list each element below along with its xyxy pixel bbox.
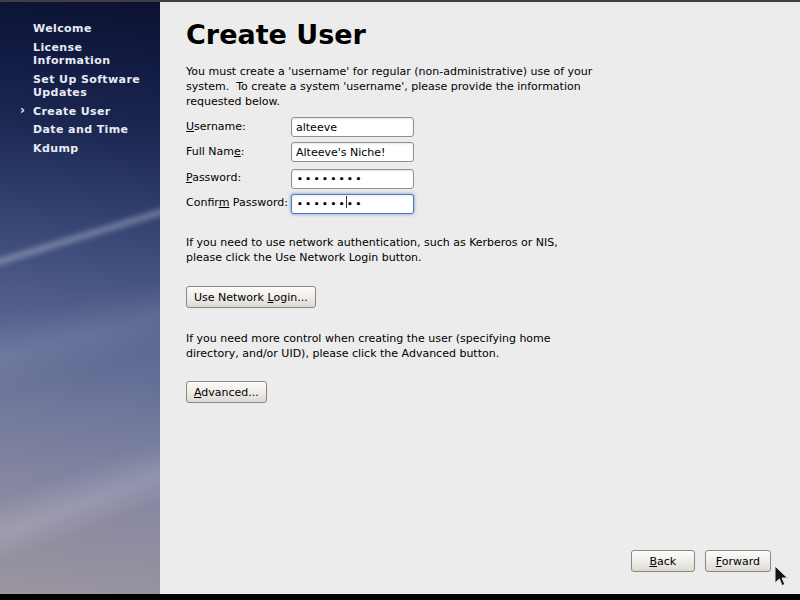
- sidebar-item-license-information: License Information: [0, 41, 160, 68]
- confirm-password-row: Confirm Password:: [186, 192, 414, 213]
- text-cursor: [346, 196, 347, 208]
- help-line: please click the Use Network Login butto…: [186, 250, 558, 265]
- username-label: Username:: [186, 120, 291, 133]
- sidebar-cloud-streak: [0, 433, 160, 571]
- sidebar-item-label: License Information: [33, 41, 110, 68]
- username-row: Username:: [186, 116, 414, 137]
- wizard-navigation-buttons: Back Forward: [631, 550, 771, 572]
- confirm-password-label: Confirm Password:: [186, 196, 291, 209]
- sidebar-item-date-and-time: Date and Time: [0, 123, 160, 137]
- username-input[interactable]: [291, 117, 414, 137]
- sidebar-item-label: Date and Time: [33, 123, 128, 136]
- sidebar-item-welcome: Welcome: [0, 22, 160, 36]
- confirm-password-input[interactable]: [291, 194, 414, 214]
- full-name-input[interactable]: [291, 142, 414, 162]
- full-name-label: Full Name:: [186, 145, 291, 158]
- use-network-login-button[interactable]: Use Network Login...: [186, 286, 316, 308]
- sidebar-item-label: Welcome: [33, 22, 92, 35]
- password-row: Password:: [186, 167, 414, 188]
- sidebar-item-label: Kdump: [33, 142, 79, 155]
- sidebar-item-label: Set Up Software Updates: [33, 73, 140, 100]
- mouse-cursor-icon: [773, 565, 789, 588]
- sidebar-item-label: Create User: [33, 105, 111, 118]
- password-input[interactable]: [291, 169, 414, 189]
- intro-text: You must create a 'username' for regular…: [186, 64, 592, 109]
- window-top-edge: [0, 0, 800, 2]
- full-name-row: Full Name:: [186, 141, 414, 162]
- advanced-help-text: If you need more control when creating t…: [186, 331, 551, 361]
- intro-line: requested below.: [186, 94, 592, 109]
- active-step-arrow-icon: ›: [20, 104, 25, 118]
- forward-button[interactable]: Forward: [705, 550, 771, 572]
- page-title: Create User: [186, 19, 366, 51]
- sidebar-cloud-streak: [0, 274, 160, 400]
- wizard-sidebar: Welcome License Information Set Up Softw…: [0, 2, 160, 594]
- help-line: If you need to use network authenticatio…: [186, 235, 558, 250]
- help-line: If you need more control when creating t…: [186, 331, 551, 346]
- intro-line: system. To create a system 'username', p…: [186, 79, 592, 94]
- sidebar-item-create-user: › Create User: [0, 105, 160, 119]
- back-button[interactable]: Back: [631, 550, 695, 572]
- sidebar-cloud-streak: [0, 195, 160, 279]
- wizard-content-panel: Create User You must create a 'username'…: [160, 2, 800, 594]
- window-bottom-edge: [0, 594, 800, 600]
- network-login-help-text: If you need to use network authenticatio…: [186, 235, 558, 265]
- sidebar-item-kdump: Kdump: [0, 142, 160, 156]
- help-line: directory, and/or UID), please click the…: [186, 346, 551, 361]
- sidebar-item-software-updates: Set Up Software Updates: [0, 73, 160, 100]
- advanced-button[interactable]: Advanced...: [186, 381, 267, 403]
- intro-line: You must create a 'username' for regular…: [186, 64, 592, 79]
- wizard-steps-list: Welcome License Information Set Up Softw…: [0, 22, 160, 160]
- password-label: Password:: [186, 171, 291, 184]
